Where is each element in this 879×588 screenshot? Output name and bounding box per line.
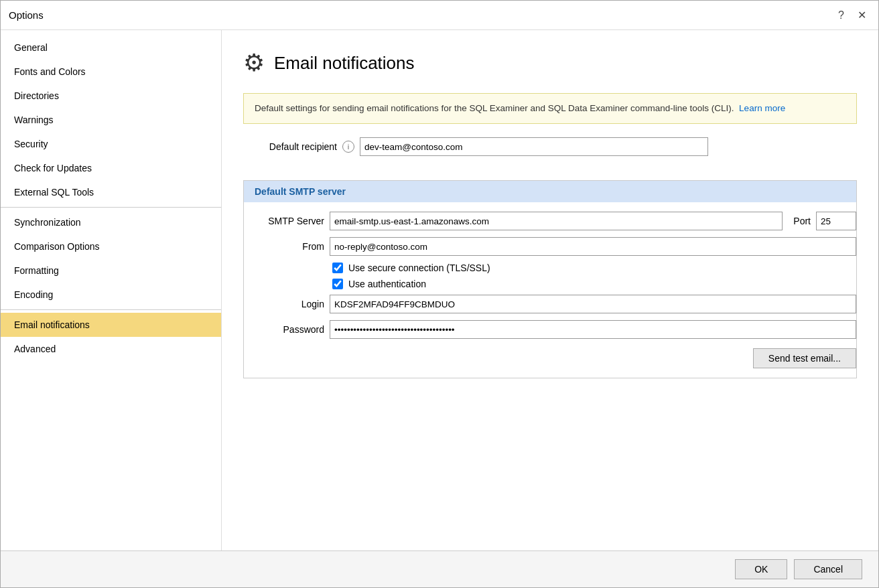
login-input[interactable] xyxy=(330,295,856,313)
sidebar-item-synchronization[interactable]: Synchronization xyxy=(1,210,221,234)
dialog-body: General Fonts and Colors Directories War… xyxy=(1,30,878,550)
close-button[interactable]: ✕ xyxy=(854,7,870,23)
smtp-server-input[interactable] xyxy=(330,212,783,230)
sidebar-item-check-updates[interactable]: Check for Updates xyxy=(1,156,221,180)
password-input[interactable] xyxy=(330,320,856,339)
cancel-button[interactable]: Cancel xyxy=(794,559,862,579)
smtp-section: Default SMTP server SMTP Server Port Fro… xyxy=(243,180,857,378)
sidebar-item-directories[interactable]: Directories xyxy=(1,84,221,108)
learn-more-link[interactable]: Learn more xyxy=(739,103,785,113)
send-test-row: Send test email... xyxy=(244,348,856,368)
smtp-section-header: Default SMTP server xyxy=(244,181,856,202)
sidebar-item-security[interactable]: Security xyxy=(1,132,221,156)
page-header: ⚙ Email notifications xyxy=(243,49,857,77)
sidebar-item-advanced[interactable]: Advanced xyxy=(1,337,221,361)
title-bar-controls: ? ✕ xyxy=(834,7,870,23)
sidebar-item-encoding[interactable]: Encoding xyxy=(1,283,221,307)
send-test-button[interactable]: Send test email... xyxy=(753,348,856,368)
title-bar: Options ? ✕ xyxy=(1,1,878,30)
page-title: Email notifications xyxy=(274,53,415,74)
sidebar-item-external-sql[interactable]: External SQL Tools xyxy=(1,180,221,204)
sidebar-item-formatting[interactable]: Formatting xyxy=(1,259,221,283)
smtp-server-row: SMTP Server Port xyxy=(244,212,856,230)
info-icon: i xyxy=(342,141,354,153)
options-dialog: Options ? ✕ General Fonts and Colors Dir… xyxy=(0,0,879,588)
use-auth-label[interactable]: Use authentication xyxy=(348,279,426,289)
sidebar-item-email-notifications[interactable]: Email notifications xyxy=(1,313,221,337)
sidebar-divider-1 xyxy=(1,207,221,208)
port-input[interactable] xyxy=(816,212,856,230)
help-button[interactable]: ? xyxy=(834,8,848,23)
gear-icon: ⚙ xyxy=(243,49,265,77)
from-label: From xyxy=(244,241,324,252)
from-row: From xyxy=(244,237,856,256)
smtp-server-label: SMTP Server xyxy=(244,216,324,226)
sidebar-item-comparison-options[interactable]: Comparison Options xyxy=(1,234,221,259)
main-content: ⚙ Email notifications Default settings f… xyxy=(222,30,878,550)
sidebar-item-general[interactable]: General xyxy=(1,35,221,60)
sidebar-divider-2 xyxy=(1,309,221,310)
recipient-row: Default recipient i xyxy=(243,137,857,156)
login-row: Login xyxy=(244,295,856,313)
recipient-label: Default recipient xyxy=(243,141,337,152)
dialog-footer: OK Cancel xyxy=(1,550,878,587)
port-label: Port xyxy=(793,216,811,226)
password-row: Password xyxy=(244,320,856,339)
use-auth-checkbox[interactable] xyxy=(332,279,343,289)
sidebar-item-fonts-colors[interactable]: Fonts and Colors xyxy=(1,60,221,84)
secure-connection-row: Use secure connection (TLS/SSL) xyxy=(332,263,856,273)
secure-connection-checkbox[interactable] xyxy=(332,263,343,273)
from-input[interactable] xyxy=(330,237,856,256)
secure-connection-label[interactable]: Use secure connection (TLS/SSL) xyxy=(348,263,490,273)
login-label: Login xyxy=(244,299,324,309)
sidebar: General Fonts and Colors Directories War… xyxy=(1,30,222,550)
recipient-input[interactable] xyxy=(360,137,708,156)
ok-button[interactable]: OK xyxy=(735,559,787,579)
info-text: Default settings for sending email notif… xyxy=(255,103,734,113)
info-box: Default settings for sending email notif… xyxy=(243,93,857,124)
auth-row: Use authentication xyxy=(332,279,856,289)
sidebar-item-warnings[interactable]: Warnings xyxy=(1,108,221,132)
password-label: Password xyxy=(244,324,324,335)
dialog-title: Options xyxy=(9,9,44,21)
